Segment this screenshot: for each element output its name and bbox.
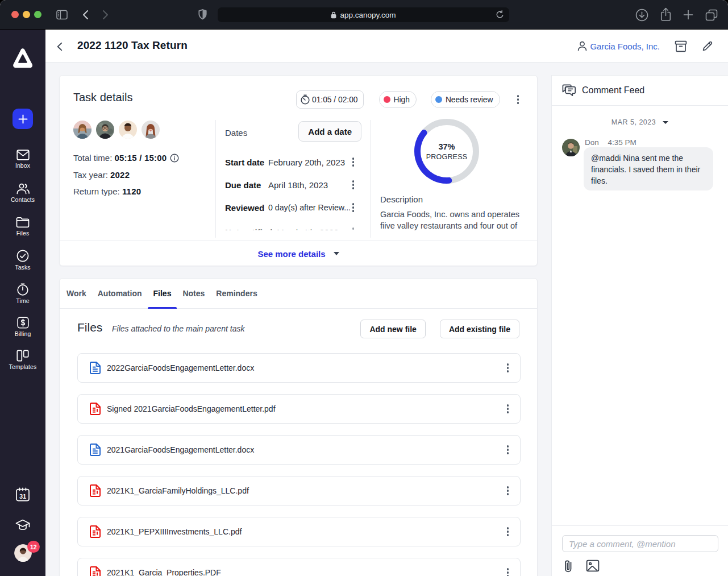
traffic-lights	[11, 11, 41, 18]
insert-image-icon[interactable]	[586, 560, 600, 575]
file-row[interactable]: Signed 2021GarciaFoodsEngagementLetter.p…	[77, 394, 521, 424]
timer-chip[interactable]: 01:05 / 02:00	[296, 90, 364, 109]
browser-chrome: app.canopy.com	[0, 0, 728, 30]
lock-icon	[331, 11, 336, 19]
see-more-details[interactable]: See more details	[60, 241, 537, 266]
progress-label: PROGRESS	[426, 153, 467, 161]
tab-notes[interactable]: Notes	[177, 279, 210, 309]
tab-overview-icon[interactable]	[705, 9, 718, 22]
comment-bubble: @maddi Nina sent me the financials. I sa…	[584, 147, 713, 190]
sidebar-item-tasks[interactable]: Tasks	[0, 250, 45, 271]
tab-files[interactable]: Files	[148, 279, 177, 309]
toggle-sidebar-icon[interactable]	[56, 10, 68, 20]
app-sidebar: Inbox Contacts Files Tasks Time Billing	[0, 30, 45, 576]
file-list: 2022GarciaFoodsEngagementLetter.docx Sig…	[77, 353, 521, 576]
assignee-avatars[interactable]	[73, 121, 160, 139]
file-menu-kebab[interactable]	[505, 443, 511, 457]
file-row[interactable]: 2021K1_PEPXIIIInvestments_LLC.pdf	[77, 517, 521, 546]
status-dot	[435, 96, 442, 103]
close-window-button[interactable]	[11, 11, 19, 18]
date-menu-kebab[interactable]	[350, 178, 357, 192]
tab-automation[interactable]: Automation	[92, 279, 148, 309]
description-title: Description	[380, 194, 423, 204]
date-menu-kebab[interactable]	[350, 225, 357, 238]
tab-work[interactable]: Work	[61, 279, 92, 309]
global-add-button[interactable]	[0, 109, 45, 129]
add-existing-file-button[interactable]: Add existing file	[440, 320, 519, 338]
inbox-icon	[16, 150, 30, 160]
file-row[interactable]: 2021K1_Garcia_Properties.PDF	[77, 558, 521, 576]
priority-dot	[384, 96, 390, 103]
file-row[interactable]: 2021GarciaFoodsEngagementLetter.docx	[77, 435, 521, 465]
file-menu-kebab[interactable]	[505, 566, 511, 576]
minimize-window-button[interactable]	[23, 11, 30, 18]
add-new-file-button[interactable]: Add new file	[360, 320, 425, 338]
canopy-logo[interactable]	[0, 47, 45, 69]
comment-input[interactable]	[562, 535, 718, 552]
task-menu-kebab[interactable]	[515, 93, 522, 106]
file-menu-kebab[interactable]	[505, 402, 511, 416]
browser-back-icon[interactable]	[82, 10, 89, 20]
new-tab-icon[interactable]	[683, 10, 693, 20]
tax-year-line: Tax year: 2022	[73, 170, 130, 180]
client-link[interactable]: Garcia Foods, Inc.	[577, 41, 660, 51]
total-time-line: Total time: 05:15 / 15:00	[73, 153, 179, 163]
date-menu-kebab[interactable]	[350, 155, 357, 169]
comment-feed-title: Comment Feed	[582, 85, 644, 96]
priority-chip[interactable]: High	[379, 91, 417, 108]
contacts-icon	[16, 183, 30, 194]
task-details-title: Task details	[73, 91, 133, 104]
zoom-window-button[interactable]	[34, 11, 41, 18]
sidebar-item-contacts[interactable]: Contacts	[0, 183, 45, 203]
task-tabs-card: Work Automation Files Notes Reminders Fi…	[59, 278, 538, 576]
person-icon	[577, 41, 587, 51]
progress-column: 37% PROGRESS Description Garcia Foods, I…	[371, 111, 538, 241]
comments-icon	[562, 84, 576, 97]
description-text: Garcia Foods, Inc. owns and operates fii…	[380, 209, 523, 231]
browser-forward-icon[interactable]	[102, 10, 109, 20]
file-row[interactable]: 2021K1_GarciaFamilyHoldings_LLC.pdf	[77, 476, 521, 505]
file-menu-kebab[interactable]	[505, 484, 511, 498]
sidebar-item-billing[interactable]: Billing	[0, 317, 45, 337]
tab-bar: Work Automation Files Notes Reminders	[60, 279, 537, 309]
sidebar-item-calendar[interactable]: 31	[0, 487, 45, 502]
archive-icon[interactable]	[675, 40, 687, 52]
date-menu-kebab[interactable]	[350, 201, 357, 214]
comment-feed: MAR 5, 2023 Don 4:35 PM @maddi Nina sent…	[552, 106, 728, 525]
comment-date-group[interactable]: MAR 5, 2023	[552, 118, 728, 126]
assignee-avatar-4	[142, 121, 160, 139]
sidebar-item-education[interactable]	[0, 519, 45, 533]
content-area: Task details 01:05 / 02:00 High	[45, 63, 728, 576]
tab-reminders[interactable]: Reminders	[210, 279, 263, 309]
back-icon[interactable]	[57, 42, 63, 53]
info-icon[interactable]	[170, 154, 179, 163]
file-menu-kebab[interactable]	[505, 361, 511, 375]
share-icon[interactable]	[660, 7, 672, 22]
sidebar-item-inbox[interactable]: Inbox	[0, 150, 45, 169]
timer-icon	[300, 94, 310, 105]
date-row-due: Due date April 18th, 2023	[225, 179, 356, 191]
date-row-clipped: Not notified March 4th, 2023	[225, 226, 356, 238]
downloads-icon[interactable]	[635, 9, 648, 22]
address-bar[interactable]: app.canopy.com	[218, 7, 509, 22]
page-header: 2022 1120 Tax Return Garcia Foods, Inc.	[45, 30, 728, 63]
comment-time: 4:35 PM	[608, 138, 637, 147]
reload-icon[interactable]	[496, 10, 504, 19]
graduation-cap-icon	[15, 519, 31, 533]
date-row-reviewed: Reviewed 0 day(s) after Review...	[225, 201, 356, 214]
svg-text:31: 31	[19, 493, 26, 500]
comment-author-avatar	[562, 139, 580, 156]
edit-icon[interactable]	[702, 40, 713, 52]
attach-file-icon[interactable]	[562, 560, 575, 575]
sidebar-item-files[interactable]: Files	[0, 217, 45, 237]
status-chip[interactable]: Needs review	[431, 91, 500, 108]
progress-donut: 37% PROGRESS	[411, 116, 482, 187]
pdf-file-icon	[90, 525, 101, 538]
add-date-button[interactable]: Add a date	[298, 121, 361, 142]
sidebar-item-templates[interactable]: Templates	[0, 350, 45, 370]
file-menu-kebab[interactable]	[505, 525, 511, 538]
time-icon	[16, 283, 29, 296]
file-row[interactable]: 2022GarciaFoodsEngagementLetter.docx	[77, 353, 521, 383]
privacy-shield-icon[interactable]	[198, 9, 207, 20]
sidebar-item-time[interactable]: Time	[0, 283, 45, 304]
